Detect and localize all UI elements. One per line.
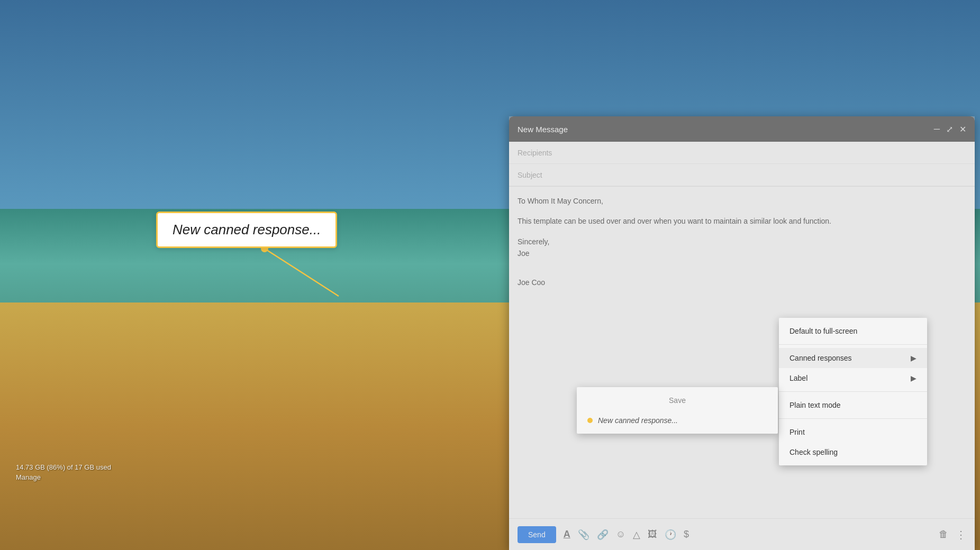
storage-info: 14.73 GB (86%) of 17 GB used Manage (16, 463, 111, 481)
chevron-right-label-icon: ▶ (911, 374, 917, 382)
canned-save-option[interactable]: Save (577, 390, 778, 410)
tooltip-box: New canned response... (156, 212, 337, 248)
close-button[interactable]: ✕ (959, 124, 966, 134)
context-menu-item-canned-responses[interactable]: Canned responses ▶ (779, 348, 927, 368)
context-menu: Default to full-screen Canned responses … (779, 318, 927, 465)
context-menu-item-plain-text[interactable]: Plain text mode (779, 395, 927, 415)
photo-icon[interactable]: 🖼 (648, 529, 657, 540)
body-line1: To Whom It May Concern, (518, 195, 966, 207)
context-menu-divider-1 (779, 344, 927, 345)
canned-responses-submenu: Save New canned response... (577, 387, 778, 434)
minimize-button[interactable]: ─ (934, 124, 940, 134)
compose-fields: Recipients Subject (509, 142, 975, 187)
fullscreen-button[interactable]: ⤢ (946, 124, 953, 134)
storage-used-text: 14.73 GB (86%) of 17 GB used (16, 463, 111, 471)
context-menu-divider-3 (779, 418, 927, 419)
recipients-field[interactable]: Recipients (509, 142, 975, 164)
manage-link[interactable]: Manage (16, 473, 111, 481)
context-menu-divider-2 (779, 391, 927, 392)
emoji-icon[interactable]: ☺ (616, 529, 625, 540)
new-canned-response-option[interactable]: New canned response... (577, 410, 778, 430)
tooltip-label: New canned response... (173, 222, 321, 237)
send-button[interactable]: Send (518, 526, 556, 543)
dollar-icon[interactable]: $ (684, 529, 689, 540)
context-menu-item-print[interactable]: Print (779, 422, 927, 442)
new-canned-response-label: New canned response... (598, 416, 678, 425)
format-text-icon[interactable]: A (564, 529, 570, 540)
more-options-button[interactable]: ⋮ (956, 528, 966, 541)
context-menu-item-label[interactable]: Label ▶ (779, 368, 927, 388)
dot-indicator (587, 418, 593, 423)
canned-save-label: Save (587, 396, 767, 405)
body-line2: This template can be used over and over … (518, 215, 966, 227)
compose-footer: Send A 📎 🔗 ☺ △ 🖼 🕐 $ 🗑 ⋮ (509, 518, 975, 550)
context-menu-item-default-fullscreen[interactable]: Default to full-screen (779, 321, 927, 341)
context-menu-item-check-spelling[interactable]: Check spelling (779, 442, 927, 462)
compose-header: New Message ─ ⤢ ✕ (509, 116, 975, 142)
schedule-icon[interactable]: 🕐 (665, 529, 676, 540)
subject-field[interactable]: Subject (509, 164, 975, 186)
compose-controls: ─ ⤢ ✕ (934, 124, 966, 134)
body-line5: Joe Coo (518, 277, 966, 288)
body-line3: Sincerely, (518, 236, 966, 248)
link-icon[interactable]: 🔗 (597, 529, 609, 540)
delete-button[interactable]: 🗑 (939, 529, 948, 540)
compose-title: New Message (518, 125, 568, 134)
attach-icon[interactable]: 📎 (578, 529, 589, 540)
chevron-right-icon: ▶ (911, 354, 917, 362)
body-line4: Joe (518, 248, 966, 259)
drive-icon[interactable]: △ (633, 529, 640, 540)
